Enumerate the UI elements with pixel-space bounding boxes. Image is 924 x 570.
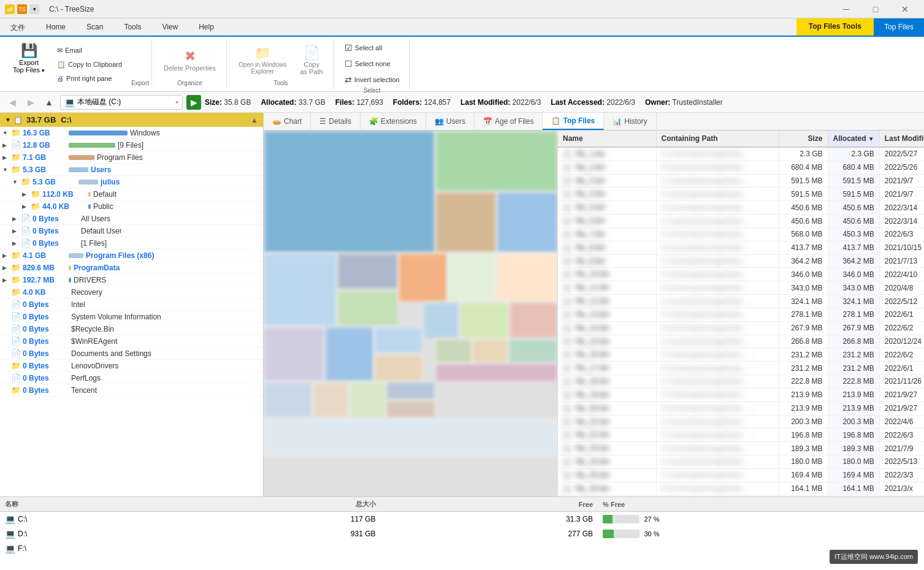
table-row[interactable]: file_1.bin C:\Users\julius\AppData\... 2… xyxy=(558,147,924,161)
file-block[interactable] xyxy=(337,253,399,290)
file-block[interactable] xyxy=(337,290,399,327)
table-row[interactable]: file_6.bin C:\Users\julius\AppData\... 4… xyxy=(558,215,924,228)
copy-path-button[interactable]: 📄 Copyas Path xyxy=(294,42,328,78)
table-row[interactable]: file_4.bin C:\Users\julius\AppData\... 5… xyxy=(558,188,924,201)
col-size[interactable]: Size xyxy=(779,131,828,147)
tab-scan[interactable]: Scan xyxy=(76,18,113,36)
file-block[interactable] xyxy=(313,382,349,419)
table-row[interactable]: file_10.bin C:\Users\julius\AppData\... … xyxy=(558,268,924,281)
tree-item[interactable]: ▶ 📁 4.1 GB Program Files (x86) xyxy=(0,249,263,262)
file-block[interactable] xyxy=(460,302,509,339)
delete-properties-button[interactable]: ✖ Delete Properties xyxy=(158,42,221,78)
tab-view[interactable]: View xyxy=(151,18,188,36)
tree-item[interactable]: ▼ 📁 16.3 GB Windows xyxy=(0,127,263,139)
tab-top-files[interactable]: 📋 Top Files xyxy=(543,113,604,130)
tab-home[interactable]: Home xyxy=(36,18,76,36)
col-name[interactable]: Name xyxy=(558,131,656,147)
table-row[interactable]: file_13.bin C:\Users\julius\AppData\... … xyxy=(558,308,924,321)
table-row[interactable]: file_20.bin C:\Users\julius\AppData\... … xyxy=(558,401,924,415)
table-row[interactable]: file_7.bin C:\Users\julius\AppData\... 5… xyxy=(558,227,924,241)
tree-item[interactable]: 📄 0 Bytes Documents and Settings xyxy=(0,348,263,360)
tree-item[interactable]: 📄 0 Bytes Intel xyxy=(0,298,263,311)
col-containing-path[interactable]: Containing Path xyxy=(656,131,779,147)
table-row[interactable]: file_12.bin C:\Users\julius\AppData\... … xyxy=(558,295,924,308)
tree-item[interactable]: ▶ 📄 0 Bytes Default User xyxy=(0,225,263,237)
tree-item[interactable]: ▶ 📁 44.0 KB Public xyxy=(0,200,263,213)
tab-extensions[interactable]: 🧩 Extensions xyxy=(361,113,426,130)
up-button[interactable]: ▲ xyxy=(42,95,56,110)
tab-chart[interactable]: 🥧 Chart xyxy=(264,113,311,130)
select-none-button[interactable]: ☐ Select none xyxy=(340,56,404,71)
export-top-files-button[interactable]: 💾 ExportTop Files ▾ xyxy=(7,40,50,76)
file-block[interactable] xyxy=(509,339,558,363)
tab-file[interactable]: 文件 xyxy=(0,18,36,36)
tab-history[interactable]: 📊 History xyxy=(604,113,656,130)
file-block[interactable] xyxy=(448,253,497,302)
file-block[interactable] xyxy=(264,419,558,455)
tree-item[interactable]: ▶ 📁 829.6 MB ProgramData xyxy=(0,262,263,274)
invert-selection-button[interactable]: ⇄ Invert selection xyxy=(340,72,404,87)
tab-details[interactable]: ☰ Details xyxy=(311,113,361,130)
file-block[interactable] xyxy=(264,131,435,253)
table-row[interactable]: file_21.bin C:\Users\julius\AppData\... … xyxy=(558,415,924,428)
file-block[interactable] xyxy=(497,253,558,302)
table-row[interactable]: file_17.bin C:\Users\julius\AppData\... … xyxy=(558,362,924,375)
table-row[interactable]: file_2.bin C:\Users\julius\AppData\... 6… xyxy=(558,161,924,174)
file-block[interactable] xyxy=(423,302,460,339)
table-row[interactable]: file_25.bin C:\Users\julius\AppData\... … xyxy=(558,468,924,482)
address-field[interactable]: 💻 本地磁盘 (C:) ▾ xyxy=(60,95,183,110)
file-block[interactable] xyxy=(435,192,497,253)
tab-users[interactable]: 👥 Users xyxy=(426,113,475,130)
close-button[interactable]: ✕ xyxy=(891,0,919,18)
tree-item[interactable]: 📄 0 Bytes System Volume Information xyxy=(0,311,263,323)
drive-row[interactable]: 💻 D:\ 931 GB 277 GB 30 % xyxy=(0,526,924,541)
table-row[interactable]: file_11.bin C:\Users\julius\AppData\... … xyxy=(558,281,924,295)
tree-item[interactable]: ▶ 📄 0 Bytes All Users xyxy=(0,213,263,225)
table-row[interactable]: file_9.bin C:\Users\julius\AppData\... 3… xyxy=(558,254,924,268)
table-row[interactable]: file_22.bin C:\Users\julius\AppData\... … xyxy=(558,428,924,442)
tree-item[interactable]: 📄 0 Bytes $WinREAgent xyxy=(0,335,263,348)
copy-clipboard-button[interactable]: 📋 Copy to Clipboard xyxy=(53,58,126,71)
tree-header[interactable]: ▼ 📋 33.7 GB C:\ ▲ xyxy=(0,113,263,127)
expand-all-icon[interactable]: ▼ xyxy=(5,116,11,123)
tree-item[interactable]: 📁 0 Bytes LenovoDrivers xyxy=(0,360,263,372)
forward-button[interactable]: ▶ xyxy=(23,95,38,110)
table-row[interactable]: file_19.bin C:\Users\julius\AppData\... … xyxy=(558,388,924,401)
file-block[interactable] xyxy=(472,339,509,363)
file-block[interactable] xyxy=(509,302,558,339)
table-row[interactable]: file_18.bin C:\Users\julius\AppData\... … xyxy=(558,375,924,389)
file-block[interactable] xyxy=(264,382,313,419)
file-block[interactable] xyxy=(325,327,374,382)
file-block[interactable] xyxy=(386,382,435,400)
tree-item[interactable]: 📄 0 Bytes $Recycle.Bin xyxy=(0,323,263,335)
tree-item[interactable]: ▶ 📁 112.0 KB Default xyxy=(0,188,263,200)
col-allocated[interactable]: Allocated ▼ xyxy=(828,131,879,147)
table-row[interactable]: file_23.bin C:\Users\julius\AppData\... … xyxy=(558,442,924,455)
tab-age-of-files[interactable]: 📅 Age of Files xyxy=(475,113,543,130)
tree-item[interactable]: ▶ 📄 0 Bytes [1 Files] xyxy=(0,237,263,249)
tab-topfiles[interactable]: Top Files xyxy=(874,18,924,37)
tree-item[interactable]: ▶ 📁 192.7 MB DRIVERS xyxy=(0,274,263,286)
tree-item[interactable]: ▶ 📄 12.8 GB [9 Files] xyxy=(0,139,263,151)
table-row[interactable]: file_14.bin C:\Users\julius\AppData\... … xyxy=(558,321,924,335)
file-block[interactable] xyxy=(399,253,448,302)
table-row[interactable]: file_24.bin C:\Users\julius\AppData\... … xyxy=(558,455,924,469)
file-block[interactable] xyxy=(435,131,558,192)
tree-scroll-up[interactable]: ▲ xyxy=(251,116,258,124)
tree-item[interactable]: ▼ 📁 5.3 GB Users xyxy=(0,164,263,176)
minimize-button[interactable]: ─ xyxy=(832,0,860,18)
back-button[interactable]: ◀ xyxy=(5,95,20,110)
file-block[interactable] xyxy=(374,327,423,354)
maximize-button[interactable]: □ xyxy=(861,0,890,18)
tree-item[interactable]: 📁 0 Bytes Tencent xyxy=(0,384,263,397)
table-row[interactable]: file_3.bin C:\Users\julius\AppData\... .… xyxy=(558,174,924,188)
app-icon-arrow[interactable]: ▾ xyxy=(29,4,39,14)
file-block[interactable] xyxy=(264,327,325,382)
tree-item[interactable]: 📄 0 Bytes PerfLogs xyxy=(0,372,263,384)
print-right-pane-button[interactable]: 🖨 Print right pane xyxy=(53,72,126,85)
tab-tools[interactable]: Tools xyxy=(113,18,151,36)
tree-item[interactable]: ▼ 📁 5.3 GB julius xyxy=(0,176,263,188)
file-block[interactable] xyxy=(435,339,472,363)
table-row[interactable]: file_16.bin C:\Users\julius\AppData\... … xyxy=(558,348,924,362)
file-block[interactable] xyxy=(435,363,558,382)
